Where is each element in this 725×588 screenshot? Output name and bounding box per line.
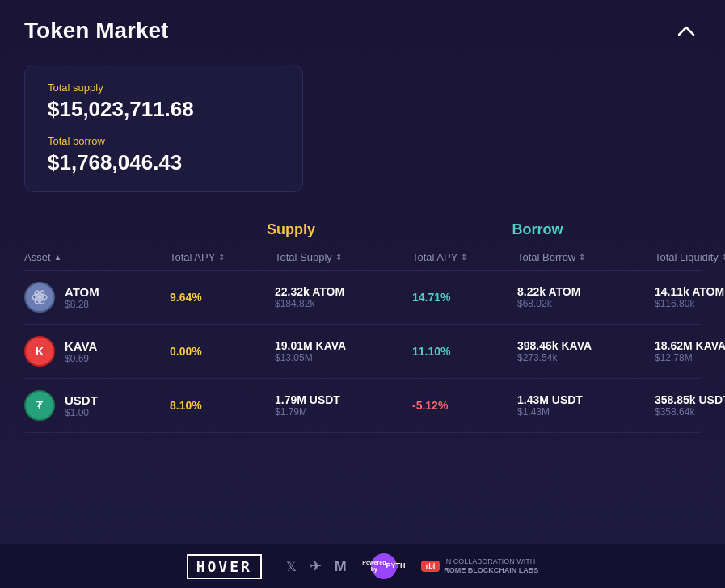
- header: Token Market: [24, 16, 701, 45]
- supply-apy-value: 9.64%: [170, 291, 275, 304]
- borrow-label: Total borrow: [48, 135, 280, 147]
- borrow-apy-value: -5.12%: [412, 399, 517, 412]
- supply-label: Total supply: [48, 82, 280, 94]
- total-liquidity-cell: 18.62M KAVA $12.78M: [655, 339, 725, 363]
- x-icon[interactable]: 𝕏: [286, 559, 297, 574]
- asset-price: $1.00: [65, 407, 98, 418]
- section-labels: Supply Borrow: [24, 221, 701, 238]
- total-supply-usd: $184.82k: [275, 298, 412, 309]
- pyth-logo: Powered by PYTH: [371, 553, 397, 579]
- total-borrow-value: 398.46k KAVA: [517, 339, 655, 352]
- borrow-section-label: Borrow: [412, 221, 663, 238]
- sort-icon-borrow-apy: ⇕: [461, 253, 467, 262]
- col-supply-apy[interactable]: Total APY ⇕: [170, 251, 275, 263]
- borrow-value: $1,768,046.43: [48, 150, 280, 175]
- total-liquidity-value: 14.11k ATOM: [655, 285, 725, 298]
- total-liquidity-usd: $116.80k: [655, 298, 725, 309]
- total-borrow-value: 1.43M USDT: [517, 393, 655, 406]
- footer: HOVER 𝕏 ✈ M Powered by PYTH rbl IN COLLA…: [0, 544, 725, 588]
- supply-apy-value: 0.00%: [170, 345, 275, 358]
- borrow-apy-value: 14.71%: [412, 291, 517, 304]
- asset-info: KAVA $0.69: [65, 339, 97, 364]
- sort-icon-total-supply: ⇕: [335, 253, 342, 262]
- total-supply-value: 1.79M USDT: [275, 393, 412, 406]
- total-supply-cell: 22.32k ATOM $184.82k: [275, 285, 412, 309]
- total-borrow-cell: 1.43M USDT $1.43M: [517, 393, 655, 418]
- asset-name: USDT: [65, 393, 98, 407]
- col-borrow-apy[interactable]: Total APY ⇕: [412, 251, 517, 263]
- chevron-up-icon: [677, 25, 695, 36]
- telegram-icon[interactable]: ✈: [310, 557, 322, 575]
- supply-section-label: Supply: [170, 221, 412, 238]
- col-total-supply[interactable]: Total Supply ⇕: [275, 251, 412, 263]
- total-supply-value: 22.32k ATOM: [275, 285, 412, 298]
- col-total-borrow[interactable]: Total Borrow ⇕: [517, 251, 655, 263]
- total-supply-usd: $13.05M: [275, 352, 412, 363]
- usdt-icon: ₮: [24, 390, 55, 421]
- stats-card: Total supply $15,023,711.68 Total borrow…: [24, 65, 303, 192]
- total-borrow-cell: 398.46k KAVA $273.54k: [517, 339, 655, 363]
- total-liquidity-value: 18.62M KAVA: [655, 339, 725, 352]
- total-borrow-value: 8.22k ATOM: [517, 285, 655, 298]
- asset-info: USDT $1.00: [65, 393, 98, 418]
- asset-cell: ₮ USDT $1.00: [24, 390, 170, 421]
- asset-name: KAVA: [65, 339, 97, 353]
- medium-icon[interactable]: M: [335, 558, 347, 575]
- total-supply-cell: 1.79M USDT $1.79M: [275, 393, 412, 418]
- total-liquidity-cell: 14.11k ATOM $116.80k: [655, 285, 725, 309]
- total-liquidity-value: 358.85k USDT: [655, 393, 725, 406]
- total-supply-cell: 19.01M KAVA $13.05M: [275, 339, 412, 363]
- total-borrow-cell: 8.22k ATOM $68.02k: [517, 285, 655, 309]
- asset-price: $8.28: [65, 299, 99, 310]
- atom-icon: [24, 282, 55, 313]
- col-total-liquidity[interactable]: Total Liquidity ⇕: [655, 251, 725, 263]
- total-supply-value: 19.01M KAVA: [275, 339, 412, 352]
- total-borrow-usd: $1.43M: [517, 406, 655, 418]
- rome-branding: rbl IN COLLABORATION WITH ROME BLOCKCHAI…: [421, 557, 539, 575]
- total-supply-usd: $1.79M: [275, 406, 412, 418]
- table-row[interactable]: K KAVA $0.69 0.00% 19.01M KAVA $13.05M 1…: [24, 325, 701, 379]
- asset-cell: ATOM $8.28: [24, 282, 170, 313]
- social-links: 𝕏 ✈ M: [286, 557, 347, 575]
- table-row[interactable]: ₮ USDT $1.00 8.10% 1.79M USDT $1.79M -5.…: [24, 379, 701, 433]
- asset-price: $0.69: [65, 353, 97, 364]
- asset-name: ATOM: [65, 285, 99, 299]
- page-title: Token Market: [24, 18, 168, 44]
- sort-icon-total-borrow: ⇕: [579, 253, 585, 262]
- market-table: Supply Borrow Asset ▲ Total APY ⇕ Total …: [24, 221, 701, 433]
- total-borrow-usd: $273.54k: [517, 352, 655, 363]
- pyth-branding: Powered by PYTH: [371, 553, 397, 579]
- rome-badge: rbl: [421, 561, 440, 572]
- column-headers: Asset ▲ Total APY ⇕ Total Supply ⇕ Total…: [24, 245, 701, 271]
- asset-cell: K KAVA $0.69: [24, 336, 170, 367]
- rome-text: IN COLLABORATION WITH ROME BLOCKCHAIN LA…: [444, 557, 538, 575]
- total-liquidity-usd: $12.78M: [655, 352, 725, 363]
- borrow-apy-value: 11.10%: [412, 345, 517, 358]
- table-row[interactable]: ATOM $8.28 9.64% 22.32k ATOM $184.82k 14…: [24, 271, 701, 325]
- collapse-button[interactable]: [672, 16, 701, 45]
- kava-icon: K: [24, 336, 55, 367]
- sort-icon-supply-apy: ⇕: [218, 253, 225, 262]
- sort-icon-asset: ▲: [54, 253, 62, 262]
- asset-info: ATOM $8.28: [65, 285, 99, 310]
- col-asset: Asset ▲: [24, 251, 170, 263]
- supply-value: $15,023,711.68: [48, 97, 280, 122]
- supply-apy-value: 8.10%: [170, 399, 275, 412]
- table-body: ATOM $8.28 9.64% 22.32k ATOM $184.82k 14…: [24, 271, 701, 433]
- svg-point-0: [37, 295, 42, 300]
- main-container: Token Market Total supply $15,023,711.68…: [0, 0, 725, 588]
- total-liquidity-cell: 358.85k USDT $358.64k: [655, 393, 725, 418]
- sort-icon-total-liquidity: ⇕: [722, 253, 725, 262]
- total-borrow-usd: $68.02k: [517, 298, 655, 309]
- hover-logo: HOVER: [187, 554, 262, 579]
- total-liquidity-usd: $358.64k: [655, 406, 725, 418]
